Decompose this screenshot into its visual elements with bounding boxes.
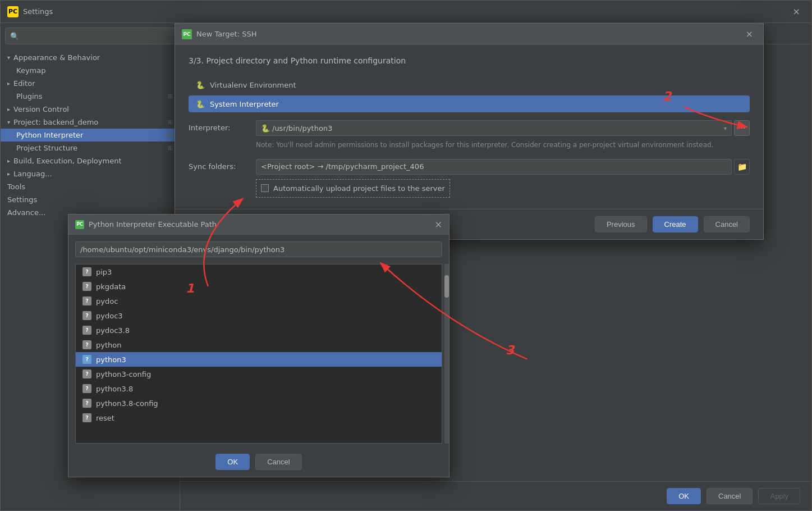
- path-item-label: python3: [96, 355, 126, 364]
- interpreter-note: Note: You'll need admin permissions to i…: [256, 140, 750, 150]
- auto-upload-row[interactable]: Automatically upload project files to th…: [256, 179, 450, 198]
- path-dialog-icon: PC: [75, 220, 84, 229]
- ssh-step-title: 3/3. Project directory and Python runtim…: [189, 56, 750, 65]
- apply-button[interactable]: Apply: [758, 488, 800, 504]
- cancel-button[interactable]: Cancel: [707, 488, 753, 504]
- sidebar-item-label: Tools: [7, 182, 25, 191]
- sidebar-item-label: Python Interpreter: [16, 131, 83, 139]
- annotation-2: 2: [663, 89, 671, 103]
- path-item-label: pydoc3: [96, 312, 123, 320]
- sidebar-item-python-interpreter[interactable]: Python Interpreter ⊞: [1, 129, 180, 142]
- sidebar-item-languages[interactable]: ▸ Languag...: [1, 167, 180, 180]
- sidebar-item-label: Keymap: [16, 66, 45, 75]
- ssh-dialog-close-button[interactable]: ×: [742, 28, 756, 40]
- title-bar: PC Settings ×: [1, 1, 811, 23]
- path-item-label: reset: [96, 414, 114, 422]
- path-list-item-python3[interactable]: ? python3: [76, 352, 442, 367]
- path-dialog-close-button[interactable]: ×: [435, 219, 442, 230]
- sidebar-item-appearance[interactable]: ▾ Appearance & Behavior: [1, 51, 180, 64]
- file-icon: ?: [82, 340, 91, 349]
- path-input[interactable]: /home/ubuntu/opt/miniconda3/envs/django/…: [75, 241, 442, 257]
- file-icon: ?: [82, 399, 91, 408]
- auto-upload-checkbox[interactable]: [261, 184, 269, 192]
- path-input-value: /home/ubuntu/opt/miniconda3/envs/django/…: [80, 245, 285, 254]
- path-list-item-pkgdata[interactable]: ? pkgdata: [76, 279, 442, 294]
- file-icon: ?: [82, 267, 91, 276]
- path-ok-button[interactable]: OK: [215, 454, 250, 470]
- create-button[interactable]: Create: [653, 216, 698, 232]
- sync-folder-button[interactable]: 📁: [734, 159, 750, 175]
- sync-value: <Project root> → /tmp/pycharm_project_40…: [261, 162, 424, 171]
- python-icon: 🐍: [195, 99, 205, 109]
- sidebar-item-tools[interactable]: Tools: [1, 180, 180, 193]
- external-icon: ⊞: [168, 118, 173, 126]
- sidebar-item-project-structure[interactable]: Project Structure ⊞: [1, 142, 180, 154]
- ssh-dialog-icon: PC: [182, 29, 192, 39]
- settings-window: PC Settings × 🔍 ▾ Appearance & Behavior …: [0, 0, 812, 511]
- path-item-label: pydoc3.8: [96, 326, 130, 335]
- ssh-cancel-button[interactable]: Cancel: [704, 216, 750, 232]
- path-list-item-python3-config[interactable]: ? python3-config: [76, 367, 442, 381]
- interpreter-more-button[interactable]: ···: [734, 120, 750, 136]
- path-item-label: python: [96, 341, 121, 349]
- path-list-container: ? pip3 ? pkgdata ? pydoc ? pydoc3 ? py: [68, 264, 449, 444]
- file-icon: ?: [82, 282, 91, 291]
- scrollbar-thumb[interactable]: [444, 275, 449, 298]
- previous-button[interactable]: Previous: [595, 216, 647, 232]
- sync-input[interactable]: <Project root> → /tmp/pycharm_project_40…: [256, 159, 732, 175]
- file-icon: ?: [82, 355, 91, 364]
- path-list-item-pydoc38[interactable]: ? pydoc3.8: [76, 323, 442, 337]
- sidebar-item-label: Settings: [7, 195, 37, 204]
- path-list-item-pip3[interactable]: ? pip3: [76, 264, 442, 279]
- path-list-item-reset[interactable]: ? reset: [76, 410, 442, 425]
- expand-arrow: ▸: [7, 80, 10, 86]
- interpreter-control: 🐍 /usr/bin/python3 ▾ ···: [256, 120, 750, 136]
- sidebar-item-project[interactable]: ▾ Project: backend_demo ⊞: [1, 116, 180, 129]
- path-list-item-python38-config[interactable]: ? python3.8-config: [76, 396, 442, 410]
- file-icon: ?: [82, 326, 91, 335]
- bottom-bar: OK Cancel Apply: [180, 481, 811, 510]
- sidebar-item-label: Build, Execution, Deployment: [13, 157, 121, 165]
- sync-label: Sync folders:: [189, 159, 250, 171]
- interpreter-dropdown[interactable]: 🐍 /usr/bin/python3 ▾: [256, 120, 732, 136]
- sidebar-item-version-control[interactable]: ▸ Version Control: [1, 103, 180, 116]
- path-list-item-pydoc3[interactable]: ? pydoc3: [76, 308, 442, 323]
- sidebar-item-plugins[interactable]: Plugins ⊞: [1, 90, 180, 103]
- external-icon: ⊞: [168, 93, 173, 100]
- ssh-dialog-title-bar: PC New Target: SSH ×: [175, 24, 763, 45]
- interpreter-value: /usr/bin/python3: [272, 124, 724, 133]
- path-list-item-python38[interactable]: ? python3.8: [76, 381, 442, 396]
- sync-field-row: Sync folders: <Project root> → /tmp/pych…: [189, 159, 750, 175]
- annotation-1: 1: [186, 281, 194, 295]
- file-icon: ?: [82, 369, 91, 378]
- ssh-dialog: PC New Target: SSH × 3/3. Project direct…: [175, 23, 764, 240]
- path-dialog-title-text: Python Interpreter Executable Path: [89, 220, 430, 229]
- path-list-item-pydoc[interactable]: ? pydoc: [76, 294, 442, 308]
- window-title: Settings: [23, 7, 788, 16]
- sidebar-item-settings[interactable]: Settings: [1, 193, 180, 206]
- sidebar-item-label: Editor: [13, 79, 35, 88]
- path-list-item-python[interactable]: ? python: [76, 337, 442, 352]
- dropdown-arrow-icon: ▾: [724, 125, 727, 131]
- file-icon: ?: [82, 311, 91, 320]
- auto-upload-label: Automatically upload project files to th…: [273, 184, 445, 193]
- path-item-label: pydoc: [96, 297, 118, 305]
- expand-arrow: ▾: [7, 54, 10, 61]
- external-icon: ⊞: [168, 144, 173, 152]
- close-button[interactable]: ×: [788, 4, 805, 19]
- interpreter-icon: 🐍: [261, 124, 270, 133]
- sidebar-item-keymap[interactable]: Keymap: [1, 64, 180, 77]
- sidebar-item-editor[interactable]: ▸ Editor: [1, 77, 180, 90]
- annotation-3: 3: [506, 343, 514, 357]
- sidebar-item-build[interactable]: ▸ Build, Execution, Deployment: [1, 154, 180, 167]
- env-item-label: Virtualenv Environment: [210, 81, 296, 89]
- path-item-label: pkgdata: [96, 282, 126, 291]
- sidebar-item-label: Appearance & Behavior: [13, 53, 100, 62]
- scrollbar[interactable]: [444, 264, 449, 444]
- path-item-label: pip3: [96, 268, 112, 276]
- search-icon: 🔍: [10, 32, 19, 40]
- ok-button[interactable]: OK: [667, 488, 701, 504]
- sidebar-item-label: Project Structure: [16, 144, 77, 152]
- search-box[interactable]: 🔍: [5, 28, 175, 44]
- path-cancel-button[interactable]: Cancel: [255, 454, 301, 470]
